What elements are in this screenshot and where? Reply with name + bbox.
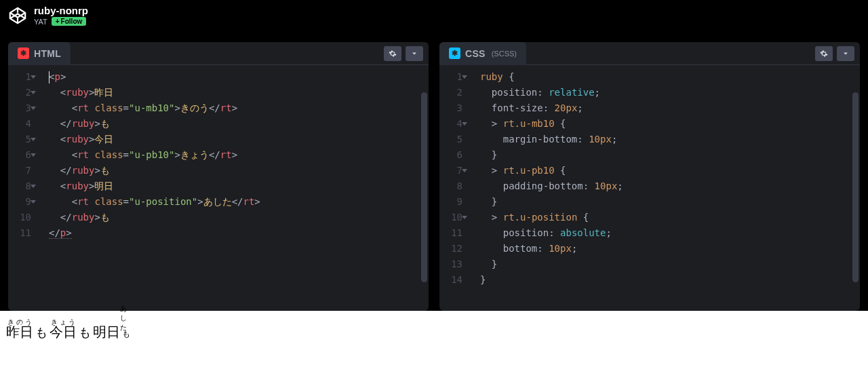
- result-preview: 昨日きのうも今日きょうも明日あしたも: [0, 311, 868, 378]
- css-icon: ✱: [449, 48, 460, 59]
- pane-header: ✱ HTML: [8, 42, 429, 65]
- expand-button[interactable]: [837, 46, 854, 61]
- html-tab[interactable]: ✱ HTML: [8, 42, 71, 65]
- scrollbar[interactable]: [421, 92, 427, 282]
- settings-button[interactable]: [815, 46, 833, 61]
- gutter: 1234567891011: [8, 65, 38, 311]
- html-icon: ✱: [18, 48, 29, 59]
- author-name[interactable]: YAT: [34, 18, 47, 26]
- scrollbar[interactable]: [852, 92, 859, 282]
- settings-button[interactable]: [384, 46, 401, 61]
- codepen-logo-icon: [8, 6, 27, 25]
- css-label: CSS: [465, 48, 486, 59]
- css-sublabel: (SCSS): [492, 50, 517, 58]
- expand-button[interactable]: [406, 46, 423, 61]
- css-tab[interactable]: ✱ CSS (SCSS): [439, 42, 526, 65]
- particle: も: [79, 326, 91, 339]
- follow-button[interactable]: Follow: [52, 17, 87, 26]
- html-pane: ✱ HTML 1234567891011 <p> <ruby>昨日 <rt cl…: [8, 42, 429, 311]
- header: ruby-nonrp YAT Follow: [0, 0, 868, 31]
- editors-row: ✱ HTML 1234567891011 <p> <ruby>昨日 <rt cl…: [0, 31, 868, 311]
- gear-icon: [820, 50, 828, 58]
- pane-header: ✱ CSS (SCSS): [439, 42, 860, 65]
- gutter: 1234567891011121314: [439, 65, 469, 311]
- gear-icon: [389, 50, 397, 58]
- chevron-down-icon: [410, 50, 418, 58]
- css-code[interactable]: ruby { position: relative; font-size: 20…: [469, 65, 860, 311]
- ruby-word: 明日あした: [93, 324, 120, 339]
- css-pane: ✱ CSS (SCSS) 1234567891011121314 ruby { …: [439, 42, 860, 311]
- text-cursor: [49, 71, 50, 83]
- chevron-down-icon: [842, 50, 850, 58]
- pen-title: ruby-nonrp: [34, 5, 88, 17]
- html-editor[interactable]: 1234567891011 <p> <ruby>昨日 <rt class="u-…: [8, 65, 429, 311]
- html-label: HTML: [34, 48, 61, 59]
- css-editor[interactable]: 1234567891011121314 ruby { position: rel…: [439, 65, 860, 311]
- ruby-word: 昨日きのう: [6, 324, 33, 339]
- html-code[interactable]: <p> <ruby>昨日 <rt class="u-mb10">きのう</rt>…: [38, 65, 429, 311]
- ruby-word: 今日きょう: [50, 324, 77, 339]
- particle: も: [35, 326, 47, 339]
